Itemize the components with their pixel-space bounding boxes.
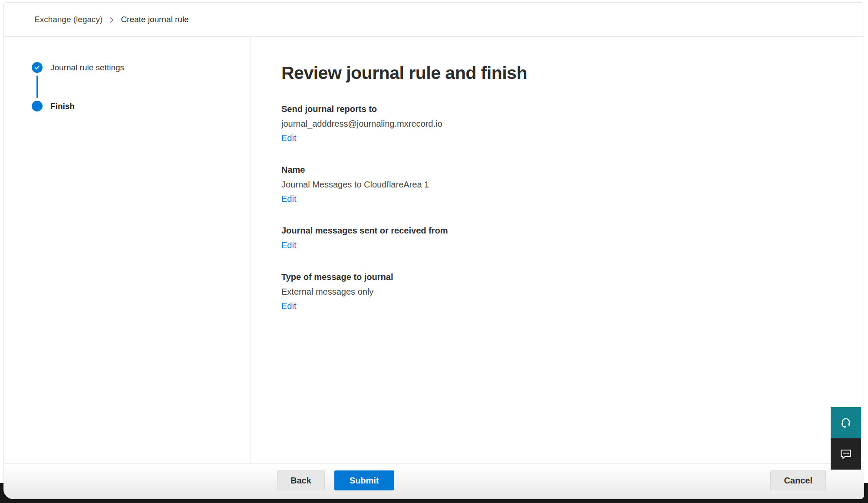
edit-type-of-message-link[interactable]: Edit	[281, 300, 296, 312]
chat-icon	[839, 447, 852, 461]
feedback-button[interactable]	[831, 438, 861, 470]
edit-journal-messages-link[interactable]: Edit	[281, 240, 296, 251]
section-value: Journal Messages to CloudflareArea 1	[281, 179, 864, 191]
edit-send-journal-reports-link[interactable]: Edit	[281, 132, 296, 144]
footer-action-bar: Back Submit Cancel	[4, 463, 864, 499]
floating-side-buttons	[831, 407, 861, 470]
section-label: Type of message to journal	[281, 271, 864, 283]
submit-button[interactable]: Submit	[334, 470, 394, 490]
section-value: journal_adddress@journaling.mxrecord.io	[281, 118, 864, 130]
edit-name-link[interactable]: Edit	[281, 193, 296, 205]
step-connector	[36, 76, 38, 98]
review-section-name: Name Journal Messages to CloudflareArea …	[281, 164, 864, 205]
page-title: Review journal rule and finish	[281, 63, 864, 83]
screen: Exchange (legacy) Create journal rule	[0, 0, 868, 503]
section-label: Name	[281, 164, 864, 176]
review-section-journal-messages-from: Journal messages sent or received from E…	[281, 225, 864, 251]
section-value: External messages only	[281, 286, 864, 298]
review-section-send-journal-reports-to: Send journal reports to journal_adddress…	[281, 103, 864, 144]
cancel-button[interactable]: Cancel	[770, 470, 826, 490]
headset-icon	[839, 416, 852, 430]
wizard-step-finish[interactable]: Finish	[32, 101, 251, 112]
section-label: Journal messages sent or received from	[281, 225, 864, 237]
breadcrumb-bar: Exchange (legacy) Create journal rule	[4, 3, 864, 37]
check-icon	[32, 62, 43, 73]
wizard-steps-pane: Journal rule settings Finish	[4, 37, 251, 463]
wizard-step-label: Journal rule settings	[50, 63, 124, 72]
breadcrumb-exchange-legacy[interactable]: Exchange (legacy)	[34, 15, 102, 24]
current-step-dot	[32, 101, 43, 112]
app-window: Exchange (legacy) Create journal rule	[3, 2, 864, 499]
content-area: Journal rule settings Finish Review jour…	[4, 37, 864, 463]
breadcrumb: Exchange (legacy) Create journal rule	[34, 15, 189, 24]
help-button[interactable]	[831, 407, 861, 438]
footer-button-group: Back Submit	[277, 470, 394, 490]
review-pane: Review journal rule and finish Send jour…	[251, 37, 864, 463]
section-label: Send journal reports to	[281, 103, 864, 115]
back-button[interactable]: Back	[277, 470, 325, 490]
chevron-right-icon	[109, 16, 115, 23]
wizard-step-journal-rule-settings[interactable]: Journal rule settings	[32, 62, 251, 73]
breadcrumb-create-journal-rule: Create journal rule	[121, 15, 188, 24]
wizard-step-label: Finish	[50, 102, 75, 111]
review-section-type-of-message: Type of message to journal External mess…	[281, 271, 864, 312]
